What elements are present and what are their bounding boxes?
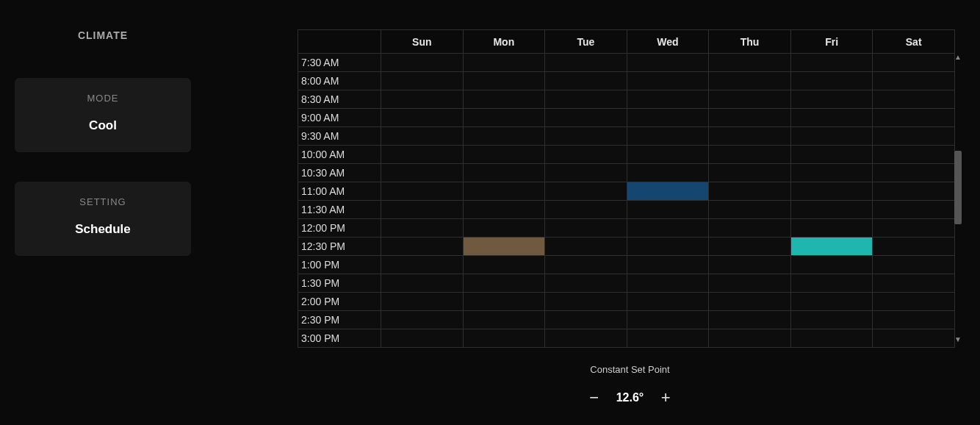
- schedule-cell[interactable]: [709, 182, 791, 201]
- schedule-cell[interactable]: [790, 164, 873, 182]
- schedule-cell[interactable]: [463, 201, 545, 219]
- mode-card[interactable]: MODE Cool: [15, 78, 191, 152]
- schedule-cell[interactable]: [545, 182, 627, 201]
- schedule-cell[interactable]: [790, 219, 873, 238]
- schedule-cell[interactable]: [873, 72, 955, 90]
- schedule-cell[interactable]: [381, 256, 464, 274]
- schedule-cell[interactable]: [627, 146, 709, 164]
- schedule-cell[interactable]: [381, 274, 464, 293]
- schedule-cell[interactable]: [381, 329, 464, 348]
- schedule-cell[interactable]: [873, 182, 955, 201]
- schedule-cell[interactable]: [381, 127, 464, 146]
- schedule-cell[interactable]: [545, 54, 627, 72]
- schedule-cell[interactable]: [709, 90, 791, 109]
- schedule-cell[interactable]: [381, 90, 464, 109]
- schedule-cell[interactable]: [463, 238, 545, 256]
- schedule-cell[interactable]: [545, 146, 627, 164]
- schedule-cell[interactable]: [463, 274, 545, 293]
- schedule-cell[interactable]: [381, 201, 464, 219]
- schedule-cell[interactable]: [381, 146, 464, 164]
- schedule-cell[interactable]: [463, 293, 545, 311]
- scroll-up-icon[interactable]: ▲: [954, 54, 962, 61]
- schedule-cell[interactable]: [381, 109, 464, 127]
- schedule-cell[interactable]: [790, 201, 873, 219]
- schedule-cell[interactable]: [627, 274, 709, 293]
- schedule-cell[interactable]: [545, 329, 627, 348]
- schedule-cell[interactable]: [709, 164, 791, 182]
- schedule-cell[interactable]: [627, 293, 709, 311]
- schedule-cell[interactable]: [545, 127, 627, 146]
- schedule-cell[interactable]: [381, 293, 464, 311]
- schedule-cell[interactable]: [873, 329, 955, 348]
- schedule-cell[interactable]: [873, 293, 955, 311]
- schedule-cell[interactable]: [545, 72, 627, 90]
- schedule-cell[interactable]: [463, 109, 545, 127]
- setpoint-decrease-button[interactable]: −: [587, 388, 602, 407]
- schedule-cell[interactable]: [709, 146, 791, 164]
- schedule-cell[interactable]: [873, 219, 955, 238]
- schedule-cell[interactable]: [873, 109, 955, 127]
- schedule-cell[interactable]: [381, 54, 464, 72]
- schedule-cell[interactable]: [873, 256, 955, 274]
- schedule-cell[interactable]: [381, 311, 464, 329]
- schedule-cell[interactable]: [709, 293, 791, 311]
- schedule-cell[interactable]: [381, 182, 464, 201]
- schedule-cell[interactable]: [627, 238, 709, 256]
- schedule-cell[interactable]: [790, 54, 873, 72]
- schedule-cell[interactable]: [463, 146, 545, 164]
- schedule-cell[interactable]: [627, 109, 709, 127]
- scroll-down-icon[interactable]: ▼: [954, 336, 962, 343]
- schedule-cell[interactable]: [709, 274, 791, 293]
- schedule-cell[interactable]: [381, 164, 464, 182]
- schedule-cell[interactable]: [627, 90, 709, 109]
- schedule-cell[interactable]: [873, 164, 955, 182]
- schedule-cell[interactable]: [463, 164, 545, 182]
- schedule-cell[interactable]: [381, 238, 464, 256]
- schedule-cell[interactable]: [463, 72, 545, 90]
- schedule-cell[interactable]: [545, 164, 627, 182]
- schedule-cell[interactable]: [790, 238, 873, 256]
- scroll-thumb[interactable]: [954, 151, 962, 224]
- schedule-cell[interactable]: [709, 72, 791, 90]
- schedule-cell[interactable]: [463, 182, 545, 201]
- schedule-cell[interactable]: [463, 54, 545, 72]
- schedule-cell[interactable]: [627, 219, 709, 238]
- schedule-cell[interactable]: [790, 274, 873, 293]
- schedule-cell[interactable]: [381, 219, 464, 238]
- schedule-cell[interactable]: [545, 311, 627, 329]
- schedule-cell[interactable]: [545, 256, 627, 274]
- schedule-cell[interactable]: [545, 293, 627, 311]
- schedule-cell[interactable]: [790, 109, 873, 127]
- schedule-cell[interactable]: [545, 109, 627, 127]
- schedule-cell[interactable]: [790, 90, 873, 109]
- schedule-cell[interactable]: [627, 201, 709, 219]
- schedule-cell[interactable]: [709, 311, 791, 329]
- schedule-cell[interactable]: [790, 127, 873, 146]
- schedule-cell[interactable]: [627, 329, 709, 348]
- schedule-cell[interactable]: [545, 238, 627, 256]
- schedule-cell[interactable]: [463, 256, 545, 274]
- schedule-cell[interactable]: [709, 329, 791, 348]
- schedule-cell[interactable]: [873, 274, 955, 293]
- schedule-cell[interactable]: [381, 72, 464, 90]
- schedule-cell[interactable]: [709, 219, 791, 238]
- scrollbar[interactable]: ▲ ▼: [954, 55, 962, 342]
- schedule-cell[interactable]: [709, 109, 791, 127]
- schedule-cell[interactable]: [709, 256, 791, 274]
- schedule-cell[interactable]: [463, 329, 545, 348]
- schedule-cell[interactable]: [873, 54, 955, 72]
- schedule-cell[interactable]: [463, 219, 545, 238]
- schedule-cell[interactable]: [790, 146, 873, 164]
- schedule-cell[interactable]: [627, 164, 709, 182]
- setpoint-increase-button[interactable]: +: [658, 388, 673, 407]
- schedule-cell[interactable]: [627, 72, 709, 90]
- schedule-cell[interactable]: [545, 201, 627, 219]
- schedule-cell[interactable]: [790, 293, 873, 311]
- schedule-cell[interactable]: [627, 182, 709, 201]
- schedule-cell[interactable]: [627, 54, 709, 72]
- schedule-cell[interactable]: [873, 146, 955, 164]
- schedule-cell[interactable]: [873, 311, 955, 329]
- schedule-cell[interactable]: [463, 311, 545, 329]
- schedule-cell[interactable]: [873, 90, 955, 109]
- setting-card[interactable]: SETTING Schedule: [15, 182, 191, 256]
